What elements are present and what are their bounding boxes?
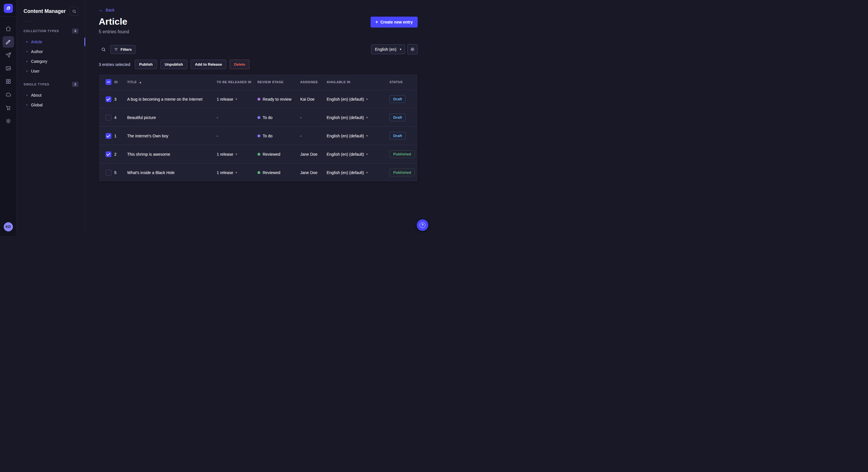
- row-checkbox[interactable]: [105, 170, 112, 175]
- row-checkbox[interactable]: [105, 96, 112, 102]
- nav-content-manager[interactable]: [3, 36, 14, 47]
- bullet-icon: [26, 104, 28, 105]
- column-assignee[interactable]: ASSIGNEE: [300, 80, 327, 84]
- nav-marketplace[interactable]: [3, 102, 14, 113]
- add-to-release-button[interactable]: Add to Release: [191, 60, 226, 69]
- back-arrow-icon: ←: [99, 8, 103, 12]
- release-chevron-icon[interactable]: ▾: [236, 98, 237, 101]
- release-chevron-icon[interactable]: ▾: [236, 171, 237, 174]
- column-title[interactable]: TITLE▲: [127, 80, 217, 84]
- cell-assignee: -: [300, 115, 327, 120]
- stage-dot: [257, 153, 260, 156]
- cell-status: Published: [390, 169, 417, 176]
- sidebar-item-article[interactable]: Article: [24, 37, 79, 47]
- stage-dot: [257, 98, 260, 101]
- select-all-checkbox[interactable]: [105, 79, 112, 85]
- locale-label: English (en) (default): [327, 97, 364, 102]
- nav-settings[interactable]: [3, 115, 14, 127]
- table-row[interactable]: 4 Beautiful picture - ▾ To do - English …: [99, 108, 417, 127]
- locale-chevron-icon[interactable]: ▾: [366, 116, 368, 119]
- status-badge: Draft: [390, 95, 406, 103]
- nav-releases[interactable]: [3, 49, 14, 61]
- table-header: ID TITLE▲ TO BE RELEASED IN REVIEW STAGE…: [99, 74, 417, 90]
- cell-assignee: Jane Doe: [300, 170, 327, 175]
- locale-chevron-icon[interactable]: ▾: [366, 153, 368, 156]
- sort-asc-icon[interactable]: ▲: [139, 81, 142, 84]
- avatar[interactable]: KD: [4, 222, 13, 231]
- publish-button[interactable]: Publish: [135, 60, 157, 69]
- create-new-entry-label: Create new entry: [380, 20, 413, 24]
- column-available-in[interactable]: AVAILABLE IN: [327, 80, 390, 84]
- locale-select[interactable]: English (en) ▾: [371, 44, 405, 54]
- cell-release: 1 release ▾: [217, 170, 257, 175]
- locale-chevron-icon[interactable]: ▾: [366, 98, 368, 101]
- locale-label: English (en) (default): [327, 134, 364, 138]
- sidebar-item-label: Author: [31, 49, 43, 54]
- help-button[interactable]: ?: [417, 220, 428, 231]
- cell-title[interactable]: Beautiful picture: [127, 115, 217, 120]
- sidebar-search-button[interactable]: [70, 7, 79, 15]
- filter-icon: [114, 47, 118, 52]
- bullet-icon: [26, 61, 28, 62]
- paper-plane-icon: [5, 52, 11, 58]
- cell-id: 2: [114, 152, 127, 157]
- cell-available-in: English (en) (default) ▾: [327, 115, 390, 120]
- nav-content-type-builder[interactable]: [3, 76, 14, 87]
- gear-icon: [410, 47, 415, 52]
- delete-button[interactable]: Delete: [229, 60, 249, 69]
- table-row[interactable]: 1 The internet's Own boy - ▾ To do - Eng…: [99, 127, 417, 145]
- sidebar-item-category[interactable]: Category: [24, 57, 79, 66]
- row-checkbox[interactable]: [105, 151, 112, 157]
- back-label: Back: [105, 8, 115, 12]
- cell-title[interactable]: This shrimp is awesome: [127, 152, 217, 157]
- row-checkbox[interactable]: [105, 133, 112, 139]
- release-label: -: [217, 134, 218, 138]
- table-row[interactable]: 2 This shrimp is awesome 1 release ▾ Rev…: [99, 145, 417, 163]
- locale-chevron-icon[interactable]: ▾: [366, 171, 368, 174]
- back-link[interactable]: ← Back: [99, 8, 115, 12]
- cell-id: 1: [114, 134, 127, 138]
- content-type-builder-icon: [5, 78, 11, 84]
- locale-chevron-icon[interactable]: ▾: [366, 134, 368, 137]
- table-row[interactable]: 3 A bug is becoming a meme on the intern…: [99, 90, 417, 108]
- content-manager-pen-icon: [5, 39, 11, 45]
- nav-home[interactable]: [3, 23, 14, 34]
- cell-release: - ▾: [217, 134, 257, 138]
- locale-value: English (en): [375, 47, 396, 52]
- sidebar-item-author[interactable]: Author: [24, 47, 79, 57]
- sidebar-item-about[interactable]: About: [24, 90, 79, 100]
- create-new-entry-button[interactable]: + Create new entry: [371, 16, 417, 28]
- cell-title[interactable]: A bug is becoming a meme on the internet: [127, 97, 217, 102]
- strapi-logo[interactable]: [4, 4, 13, 13]
- row-checkbox[interactable]: [105, 115, 112, 121]
- nav-rail: KD: [0, 0, 17, 236]
- nav-cloud[interactable]: [3, 89, 14, 100]
- table-row[interactable]: 5 What's inside a Black Hole 1 release ▾…: [99, 163, 417, 181]
- cell-status: Draft: [390, 113, 417, 121]
- app-root: KD Content Manager COLLECTION TYPES 4 Ar…: [0, 0, 434, 236]
- cell-status: Draft: [390, 132, 417, 140]
- stage-dot: [257, 134, 260, 137]
- cell-assignee: Jane Doe: [300, 152, 327, 157]
- cell-available-in: English (en) (default) ▾: [327, 97, 390, 102]
- cell-title[interactable]: The internet's Own boy: [127, 134, 217, 138]
- search-button[interactable]: [99, 45, 108, 54]
- sidebar-item-user[interactable]: User: [24, 66, 79, 76]
- column-to-be-released-in[interactable]: TO BE RELEASED IN: [217, 80, 257, 84]
- stage-label: Ready to review: [262, 97, 291, 102]
- sidebar-item-label: About: [31, 93, 42, 98]
- nav-media-library[interactable]: [3, 63, 14, 74]
- release-label: 1 release: [217, 152, 234, 157]
- column-review-stage[interactable]: REVIEW STAGE: [257, 80, 300, 84]
- search-icon: [72, 9, 76, 13]
- filters-button[interactable]: Filters: [110, 45, 135, 54]
- view-settings-button[interactable]: [407, 44, 417, 55]
- release-chevron-icon[interactable]: ▾: [236, 153, 237, 156]
- cell-title[interactable]: What's inside a Black Hole: [127, 170, 217, 175]
- cell-id: 3: [114, 97, 127, 102]
- sidebar-item-global[interactable]: Global: [24, 100, 79, 110]
- column-id[interactable]: ID: [114, 80, 127, 84]
- column-status[interactable]: STATUS: [390, 80, 417, 84]
- unpublish-button[interactable]: Unpublish: [160, 60, 187, 69]
- bullet-icon: [26, 71, 28, 72]
